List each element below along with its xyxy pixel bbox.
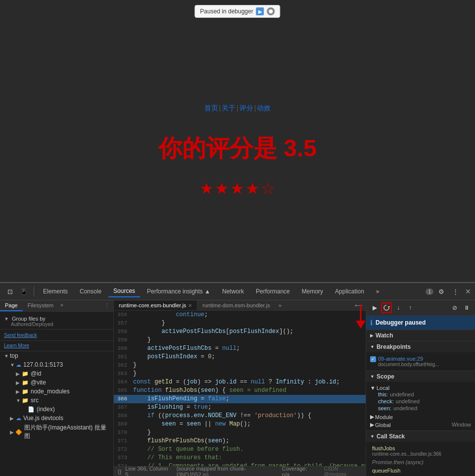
inspect-icon[interactable]: ⊡	[4, 286, 16, 297]
devtools-toolbar: ⊡ 📱 Elements Console Sources Performance…	[0, 283, 475, 300]
breakpoints-section: ▼ Breakpoints 09-animate.vue:29 document…	[366, 341, 475, 371]
code-sync-icon[interactable]: ⟵	[354, 300, 364, 310]
scope-local-label: Local	[377, 385, 389, 391]
deactivate-breakpoints-button[interactable]: ⊘	[449, 302, 460, 313]
code-line-357: 357 }	[114, 319, 366, 328]
settings-icon[interactable]: ⚙	[435, 286, 447, 297]
index-label: (index)	[37, 406, 55, 413]
ft-item-vite[interactable]: ▶ 📁 @vite	[0, 378, 113, 387]
code-line-364: 364 const getId = (job) => job.id == nul…	[114, 378, 366, 386]
ft-item-vue-devtools[interactable]: ▶ ☁ Vue.js devtools	[0, 414, 113, 423]
line-num-362: 362	[114, 361, 131, 370]
scope-this-val: undefined	[390, 391, 414, 397]
tab-memory[interactable]: Memory	[297, 286, 328, 297]
line-num-358: 358	[114, 328, 131, 336]
code-line-370: 370 }	[114, 428, 366, 437]
line-content-358: activePostFlushCbs[postFlushIndex]();	[131, 328, 366, 336]
scope-section-header[interactable]: ▼ Scope	[366, 371, 475, 382]
nav-sep3: |	[254, 104, 256, 113]
callstack-queueflush-fn: queueFlush	[372, 468, 469, 474]
callstack-item-queueflush[interactable]: queueFlush	[370, 466, 471, 475]
call-stack-header[interactable]: ▼ Call Stack	[366, 431, 475, 442]
call-stack-arrow-icon: ▼	[370, 434, 375, 439]
vue-devtools-arrow-icon: ▶	[10, 416, 15, 421]
code-line-372: 372 // Sort queue before flush.	[114, 445, 366, 454]
id-folder-icon: 📁	[22, 371, 29, 377]
nav-home[interactable]: 首页	[204, 104, 218, 113]
image-assistant-label: 图片助手(ImageAssistant) 批量图	[24, 424, 109, 440]
ft-item-node-modules[interactable]: ▶ 📁 node_modules	[0, 387, 113, 396]
ft-item-localhost[interactable]: ▼ ☁ 127.0.0.1:5173	[0, 360, 113, 369]
ft-item-top[interactable]: ▼ top	[0, 351, 113, 360]
tab-sources[interactable]: Sources	[108, 286, 140, 297]
line-num-357: 357	[114, 319, 131, 328]
code-tab-more[interactable]: »	[276, 300, 285, 310]
node-modules-label: node_modules	[31, 388, 70, 395]
pause-on-exceptions-button[interactable]: ⏸	[461, 302, 472, 313]
line-num-363: 363	[114, 370, 131, 378]
code-line-362: 362 }	[114, 361, 366, 370]
breakpoints-section-header[interactable]: ▼ Breakpoints	[366, 341, 475, 352]
code-tab-runtime-core-close[interactable]: ✕	[188, 303, 192, 308]
step-into-button[interactable]: ↓	[393, 302, 404, 313]
tab-console[interactable]: Console	[75, 286, 106, 297]
line-num-356: 356	[114, 311, 131, 319]
learn-more-link[interactable]: Learn More	[4, 343, 29, 348]
more-options-icon[interactable]: ⋮	[449, 286, 461, 297]
nav-rating[interactable]: 评分	[239, 104, 253, 113]
ft-item-id[interactable]: ▶ 📁 @id	[0, 369, 113, 378]
vue-devtools-cloud-icon: ☁	[16, 415, 21, 422]
code-tabs: runtime-core.esm-bundler.js ✕ runtime-do…	[114, 300, 366, 311]
tab-more[interactable]: »	[371, 286, 384, 297]
ft-item-index[interactable]: 📄 (index)	[0, 405, 113, 414]
callstack-item-flushjobs[interactable]: flushJobs runtime-core.es...bundler.js:3…	[370, 444, 471, 458]
device-icon[interactable]: 📱	[18, 286, 30, 297]
tab-elements[interactable]: Elements	[38, 286, 73, 297]
curly-brace-icon[interactable]: {}	[118, 469, 121, 475]
nav-links: 首页 | 关于 | 评分 | 动效	[204, 104, 271, 113]
vue-devtools-label: Vue.js devtools	[23, 415, 63, 422]
id-arrow-icon: ▶	[16, 371, 21, 377]
scope-local-header[interactable]: ▼ Local	[370, 385, 471, 391]
ft-item-src[interactable]: ▼ 📁 src	[0, 396, 113, 405]
line-content-362: }	[131, 361, 366, 370]
code-tab-runtime-core[interactable]: runtime-core.esm-bundler.js ✕	[114, 300, 197, 310]
resume-execution-button[interactable]: ▶	[369, 302, 380, 313]
line-num-364: 364	[114, 378, 131, 386]
watch-section-header[interactable]: ▶ Watch	[366, 330, 475, 341]
resume-icon[interactable]: ▶	[256, 7, 264, 15]
scope-global-header[interactable]: ▶ Global	[370, 422, 391, 428]
file-tree: ▼ Group files by Authored/Deployed Send …	[0, 312, 113, 476]
nav-animation[interactable]: 动效	[257, 104, 271, 113]
devtools-close-icon[interactable]: ✕	[465, 287, 471, 295]
file-panel-options[interactable]: ⋮	[102, 300, 111, 311]
breakpoint-checkbox[interactable]	[370, 356, 376, 362]
scope-section: ▼ Scope ▼ Local this: undefined	[366, 371, 475, 431]
code-editor[interactable]: 356 continue; 357 } 358 activePostFlushC…	[114, 311, 366, 466]
tab-performance[interactable]: Performance	[251, 286, 295, 297]
tab-network[interactable]: Network	[217, 286, 249, 297]
scope-title: Scope	[377, 373, 394, 380]
file-tab-more[interactable]: »	[58, 300, 65, 311]
ft-item-image-assistant[interactable]: ▶ 🔶 图片助手(ImageAssistant) 批量图	[0, 423, 113, 441]
devtools-main: Page Filesystem » ⋮ ▼ Group files by Aut…	[0, 300, 475, 476]
browser-viewport: Paused in debugger ▶ 首页 | 关于 | 评分 | 动效 你…	[0, 0, 475, 282]
group-files-header: ▼ Group files by Authored/Deployed	[0, 314, 113, 330]
file-tab-filesystem[interactable]: Filesystem	[23, 300, 59, 311]
record-btn[interactable]	[267, 7, 275, 15]
nav-about[interactable]: 关于	[222, 104, 236, 113]
step-out-button[interactable]: ↑	[405, 302, 416, 313]
top-arrow-icon: ▼	[4, 353, 9, 359]
breakpoint-item[interactable]: 09-animate.vue:29 document.body.offsetHe…	[370, 354, 471, 369]
status-source: (source mapped from chunk-I3NDJS52.js)	[177, 466, 278, 476]
code-tab-runtime-dom[interactable]: runtime-dom.esm-bundler.js	[197, 300, 275, 310]
tab-application[interactable]: Application	[330, 286, 369, 297]
file-tab-page[interactable]: Page	[0, 300, 23, 311]
scope-module-header[interactable]: ▶ Module	[370, 414, 471, 420]
line-content-364: const getId = (job) => job.id == null ? …	[131, 378, 366, 386]
step-over-button[interactable]	[381, 302, 392, 313]
code-line-371: 371 flushPreFlushCbs(seen);	[114, 437, 366, 445]
tab-performance-insights[interactable]: Performance insights ▲	[142, 286, 215, 297]
send-feedback-link[interactable]: Send feedback	[4, 333, 37, 338]
debugger-paused-text: Debugger paused	[376, 319, 426, 326]
